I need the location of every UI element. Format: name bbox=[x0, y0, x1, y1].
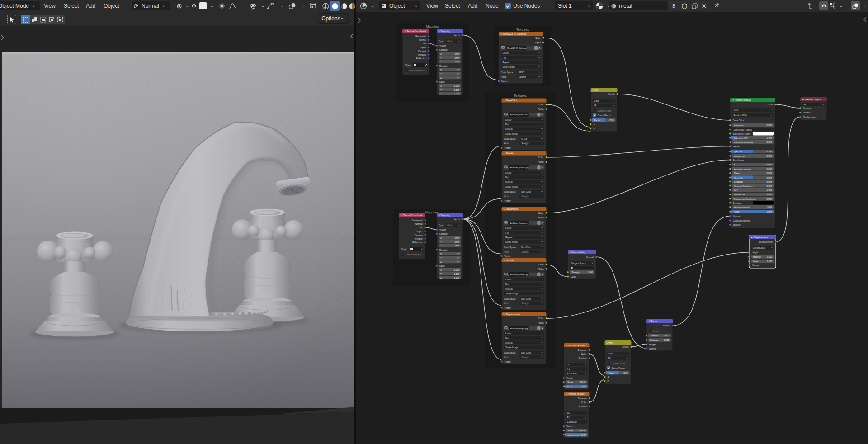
svg-text:Normal: Normal bbox=[586, 256, 594, 259]
svg-text:Alpha: Alpha bbox=[504, 356, 510, 359]
svg-text:0.000: 0.000 bbox=[767, 141, 772, 143]
svg-text:0.030: 0.030 bbox=[767, 185, 772, 187]
svg-text:Color: Color bbox=[608, 353, 613, 355]
svg-text:Repeat: Repeat bbox=[505, 342, 513, 344]
svg-text:Height: Height bbox=[752, 251, 759, 254]
svg-text:Point: Point bbox=[448, 40, 453, 43]
svg-text:AniSilver_Normal.jpg: AniSilver_Normal.jpg bbox=[510, 274, 529, 276]
svg-text:0.000: 0.000 bbox=[767, 164, 772, 166]
svg-text:Straight: Straight bbox=[519, 76, 526, 78]
svg-text:Z: Z bbox=[440, 261, 442, 263]
svg-text:Color: Color bbox=[581, 401, 587, 404]
svg-text:Rotation: Rotation bbox=[439, 249, 448, 251]
svg-text:Object: Object bbox=[420, 46, 426, 49]
svg-text:Vector: Vector bbox=[566, 425, 573, 428]
svg-text:Roughness: Roughness bbox=[733, 159, 745, 161]
svg-text:Linear: Linear bbox=[505, 227, 512, 229]
svg-text:Bump: Bump bbox=[651, 320, 657, 322]
svg-text:Vector: Vector bbox=[505, 360, 511, 363]
svg-text:Mapping: Mapping bbox=[426, 24, 439, 28]
svg-text:Randomness: Randomness bbox=[567, 386, 579, 388]
svg-text:1.000: 1.000 bbox=[454, 85, 460, 87]
svg-text:Clamp Factor: Clamp Factor bbox=[612, 367, 625, 369]
svg-text:Textures: Textures bbox=[516, 28, 529, 32]
svg-text:Vector: Vector bbox=[454, 34, 461, 37]
svg-text:Flat: Flat bbox=[505, 123, 509, 126]
svg-text:Anisotropic Rotation: Anisotropic Rotation bbox=[734, 168, 751, 170]
svg-text:Repeat: Repeat bbox=[503, 61, 510, 64]
svg-text:Color Space: Color Space bbox=[504, 191, 516, 193]
svg-text:sRGB: sRGB bbox=[521, 138, 527, 140]
svg-text:Subsurface Anisotropy: Subsurface Anisotropy bbox=[734, 141, 754, 143]
svg-text:Color Space: Color Space bbox=[504, 246, 516, 249]
svg-text:Alpha: Alpha bbox=[504, 251, 510, 253]
svg-text:Alpha: Alpha bbox=[538, 216, 544, 219]
svg-text:Emission: Emission bbox=[733, 202, 742, 204]
svg-text:TextureCoordinate: TextureCoordinate bbox=[403, 214, 423, 217]
svg-text:Normal: Normal bbox=[752, 264, 759, 266]
svg-text:0mm: 0mm bbox=[455, 53, 459, 55]
svg-text:Flat: Flat bbox=[503, 57, 507, 59]
svg-text:Specular: Specular bbox=[734, 151, 742, 153]
svg-text:Type: Type bbox=[439, 40, 443, 43]
svg-text:AniSilver_BaseColo...: AniSilver_BaseColo... bbox=[510, 113, 529, 116]
svg-text:Color: Color bbox=[538, 263, 544, 266]
svg-text:AniSilver_Height.jpg: AniSilver_Height.jpg bbox=[510, 327, 528, 330]
svg-text:Vector: Vector bbox=[439, 228, 446, 231]
svg-text:Scale: Scale bbox=[439, 80, 445, 83]
svg-text:Euclidean: Euclidean bbox=[567, 421, 577, 423]
svg-text:Metallic: Metallic bbox=[733, 145, 741, 148]
svg-text:0.000: 0.000 bbox=[767, 172, 772, 175]
svg-text:Object: Object bbox=[416, 230, 423, 233]
svg-text:0.500: 0.500 bbox=[767, 177, 772, 179]
svg-text:Flat: Flat bbox=[505, 232, 509, 234]
svg-text:0.035: 0.035 bbox=[664, 335, 670, 337]
svg-text:Result: Result bbox=[622, 345, 629, 348]
svg-text:Z: Z bbox=[440, 277, 442, 279]
svg-text:Repeat: Repeat bbox=[505, 236, 513, 239]
svg-text:0.500: 0.500 bbox=[767, 151, 772, 153]
svg-text:0.000: 0.000 bbox=[767, 194, 772, 196]
svg-text:Vector: Vector bbox=[505, 146, 511, 149]
svg-text:Sheen: Sheen bbox=[734, 172, 740, 175]
svg-text:Scale: Scale bbox=[567, 381, 573, 383]
svg-text:Single Image: Single Image bbox=[505, 133, 518, 135]
svg-text:Vector: Vector bbox=[505, 307, 511, 309]
svg-text:Non-Color: Non-Color bbox=[521, 352, 531, 354]
svg-text:F1: F1 bbox=[567, 368, 570, 370]
svg-text:1.400: 1.400 bbox=[767, 137, 772, 139]
svg-text:Object: Object bbox=[401, 248, 408, 250]
svg-text:0°: 0° bbox=[458, 77, 460, 79]
svg-text:0mm: 0mm bbox=[455, 245, 459, 247]
svg-text:Distance: Distance bbox=[650, 339, 659, 341]
svg-text:Alpha: Alpha bbox=[538, 268, 544, 270]
svg-text:Object Space: Object Space bbox=[753, 247, 766, 249]
svg-text:Color: Color bbox=[538, 156, 544, 159]
svg-text:0°: 0° bbox=[458, 257, 460, 259]
svg-text:Displacement: Displacement bbox=[754, 236, 768, 239]
svg-text:Clamp Result: Clamp Result bbox=[598, 109, 612, 112]
svg-text:From Instancer: From Instancer bbox=[409, 69, 425, 72]
svg-text:Anisotropic: Anisotropic bbox=[734, 164, 744, 166]
svg-text:Normal: Normal bbox=[415, 222, 422, 225]
svg-text:Mapping: Mapping bbox=[425, 210, 438, 214]
svg-text:Transmission Roughness: Transmission Roughness bbox=[734, 198, 755, 200]
svg-text:Position: Position bbox=[579, 357, 587, 359]
svg-text:Color: Color bbox=[581, 353, 587, 355]
svg-text:Single Image: Single Image bbox=[505, 186, 518, 188]
svg-text:Subsurface Color: Subsurface Color bbox=[733, 133, 750, 135]
svg-text:IOR: IOR bbox=[734, 189, 738, 191]
svg-text:Z: Z bbox=[440, 245, 442, 247]
svg-text:Tangent: Tangent bbox=[733, 223, 741, 226]
svg-text:All: All bbox=[804, 104, 806, 106]
svg-text:Linear: Linear bbox=[505, 332, 512, 335]
svg-text:Clamp Result: Clamp Result bbox=[612, 362, 626, 365]
svg-text:Vector: Vector bbox=[439, 44, 446, 47]
svg-text:Strength: Strength bbox=[650, 335, 658, 337]
svg-text:Flat: Flat bbox=[505, 337, 509, 340]
svg-text:TextureCoordinate: TextureCoordinate bbox=[407, 30, 426, 33]
svg-text:AniSilver_Roughne...: AniSilver_Roughne... bbox=[510, 222, 528, 224]
svg-text:Invert: Invert bbox=[653, 330, 659, 332]
svg-text:Tangent Space: Tangent Space bbox=[571, 262, 586, 265]
svg-text:Voronoi Texture: Voronoi Texture bbox=[568, 392, 585, 395]
